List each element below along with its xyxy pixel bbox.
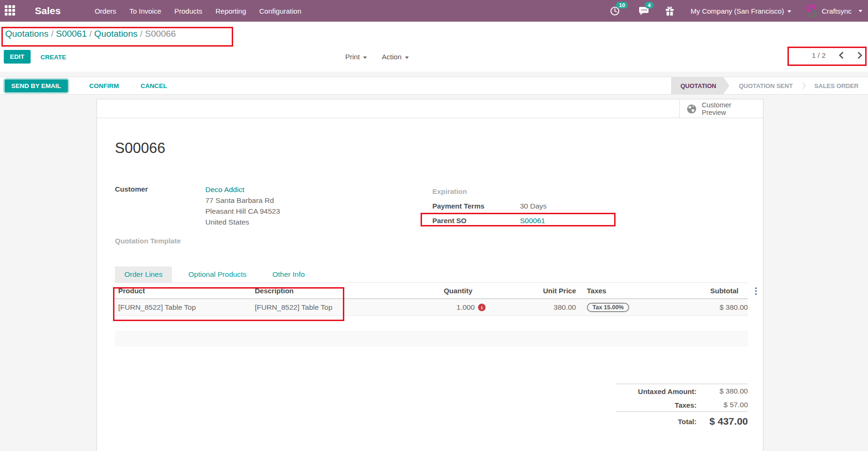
step-quotation-sent[interactable]: QUOTATION SENT [730, 77, 802, 94]
breadcrumb-quotations-2[interactable]: Quotations [94, 29, 138, 39]
action-menus: Print Action [345, 53, 409, 61]
customer-address-line: 77 Santa Barbara Rd [205, 195, 280, 206]
left-field-column: Customer Deco Addict 77 Santa Barbara Rd… [115, 184, 432, 245]
menu-reporting[interactable]: Reporting [215, 7, 246, 15]
edit-button[interactable]: EDIT [4, 50, 31, 64]
main-menu: Orders To Invoice Products Reporting Con… [95, 7, 301, 15]
col-header-taxes[interactable]: Taxes [577, 287, 643, 295]
col-header-description[interactable]: Description [255, 287, 396, 295]
pager-value[interactable]: 1 / 2 [812, 51, 826, 59]
breadcrumb-quotations-1[interactable]: Quotations [5, 29, 49, 39]
confirm-button[interactable]: CONFIRM [89, 82, 119, 89]
print-menu[interactable]: Print [345, 53, 367, 61]
col-header-subtotal[interactable]: Subtotal [643, 287, 748, 295]
caret-down-icon [787, 10, 791, 13]
quotation-template-field-row: Quotation Template [115, 236, 432, 245]
quotation-number-title: S00066 [115, 140, 748, 157]
caret-down-icon [405, 56, 409, 59]
notebook-tabs: Order Lines Optional Products Other Info [115, 266, 748, 283]
statusbar: SEND BY EMAIL CONFIRM CANCEL QUOTATION Q… [0, 77, 868, 95]
quotation-form-sheet: Customer Preview S00066 Customer Deco Ad… [97, 99, 763, 451]
customer-preview-button[interactable]: Customer Preview [679, 99, 763, 118]
kebab-menu-icon[interactable]: ⋮ [752, 286, 760, 296]
customer-address-line: Pleasant Hill CA 94523 [205, 206, 280, 217]
breadcrumb-current: S00066 [145, 29, 176, 39]
empty-table-row [115, 331, 748, 347]
odoo-sales-app: Sales Orders To Invoice Products Reporti… [0, 0, 868, 451]
total-value: $ 437.00 [697, 416, 748, 427]
sheet-body: S00066 Customer Deco Addict 77 Santa Bar… [97, 140, 763, 431]
breadcrumb: Quotations / S00061 / Quotations / S0006… [5, 29, 176, 39]
step-sales-order[interactable]: SALES ORDER [805, 77, 868, 94]
cell-description: [FURN_8522] Table Top [255, 303, 396, 312]
customer-field-row: Customer Deco Addict 77 Santa Barbara Rd… [115, 184, 432, 227]
user-name: Craftsync [822, 7, 852, 15]
pager: 1 / 2 [812, 51, 862, 59]
customer-label: Customer [115, 184, 205, 227]
payment-terms-field-row: Payment Terms 30 Days [432, 199, 547, 213]
untaxed-amount-row: Untaxed Amount: $ 380.00 [616, 384, 748, 398]
payment-terms-value: 30 Days [520, 202, 547, 210]
menu-to-invoice[interactable]: To Invoice [130, 7, 162, 15]
total-row: Total: $ 437.00 [616, 412, 748, 431]
totals-block: Untaxed Amount: $ 380.00 Taxes: $ 57.00 … [616, 384, 748, 431]
activity-count-badge: 10 [616, 2, 628, 8]
apps-grid-icon[interactable] [5, 5, 16, 16]
control-panel-buttons: EDIT CREATE Print Action 1 / 2 [4, 50, 863, 64]
tax-badge: Tax 15.00% [587, 303, 629, 312]
taxes-row: Taxes: $ 57.00 [616, 398, 748, 411]
company-switcher[interactable]: My Company (San Francisco) [690, 7, 791, 15]
parent-so-label: Parent SO [432, 217, 520, 225]
field-groups: Customer Deco Addict 77 Santa Barbara Rd… [115, 184, 748, 245]
menu-orders[interactable]: Orders [95, 7, 116, 15]
parent-so-field-row: Parent SO S00061 [432, 213, 547, 228]
app-name[interactable]: Sales [35, 5, 61, 16]
taxes-value: $ 57.00 [697, 401, 748, 409]
chevron-right-icon[interactable] [857, 51, 862, 59]
caret-down-icon [363, 56, 367, 59]
taxes-label: Taxes: [616, 401, 697, 409]
order-line-row[interactable]: [FURN_8522] Table Top [FURN_8522] Table … [115, 299, 748, 316]
cell-subtotal: $ 380.00 [643, 303, 748, 312]
create-button[interactable]: CREATE [41, 54, 66, 61]
avatar [805, 5, 818, 17]
menu-configuration[interactable]: Configuration [260, 7, 301, 15]
payment-terms-label: Payment Terms [432, 202, 520, 210]
untaxed-amount-value: $ 380.00 [697, 387, 748, 395]
globe-icon [686, 104, 697, 114]
cell-unit-price: 380.00 [486, 303, 577, 312]
customer-address-line: United States [205, 217, 280, 227]
empty-table-row [115, 316, 748, 331]
menu-products[interactable]: Products [174, 7, 202, 15]
cancel-button[interactable]: CANCEL [141, 82, 167, 89]
tab-optional-products[interactable]: Optional Products [179, 266, 256, 282]
col-header-unit-price[interactable]: Unit Price [486, 287, 577, 295]
activity-clock-icon[interactable]: 10 [610, 6, 620, 16]
expiration-field-row: Expiration [432, 184, 547, 199]
col-header-product[interactable]: Product [115, 287, 255, 295]
user-menu[interactable]: Craftsync [805, 5, 862, 17]
messages-icon[interactable]: 4 [639, 6, 649, 16]
action-menu[interactable]: Action [382, 53, 409, 61]
right-field-column: Expiration Payment Terms 30 Days Parent … [432, 184, 547, 245]
info-icon[interactable]: i [478, 304, 486, 311]
parent-so-link[interactable]: S00061 [520, 217, 545, 225]
tab-other-info[interactable]: Other Info [263, 266, 314, 282]
step-quotation[interactable]: QUOTATION [671, 77, 730, 94]
col-header-quantity[interactable]: Quantity [396, 287, 486, 295]
customer-link[interactable]: Deco Addict [205, 184, 280, 195]
breadcrumb-s00061[interactable]: S00061 [56, 29, 87, 39]
top-navbar: Sales Orders To Invoice Products Reporti… [0, 0, 868, 22]
send-by-email-button[interactable]: SEND BY EMAIL [5, 80, 68, 92]
tab-order-lines[interactable]: Order Lines [115, 266, 172, 282]
content-area: Customer Preview S00066 Customer Deco Ad… [0, 95, 868, 451]
chevron-left-icon[interactable] [839, 51, 844, 59]
gift-icon[interactable] [665, 6, 674, 16]
sheet-button-box: Customer Preview [97, 99, 763, 118]
untaxed-amount-label: Untaxed Amount: [616, 387, 697, 395]
table-header-row: Product Description Quantity Unit Price … [115, 283, 748, 299]
caret-down-icon [859, 10, 862, 12]
status-steps: QUOTATION QUOTATION SENT SALES ORDER [671, 77, 868, 94]
control-panel: Quotations / S00061 / Quotations / S0006… [0, 22, 868, 72]
total-label: Total: [616, 418, 697, 426]
